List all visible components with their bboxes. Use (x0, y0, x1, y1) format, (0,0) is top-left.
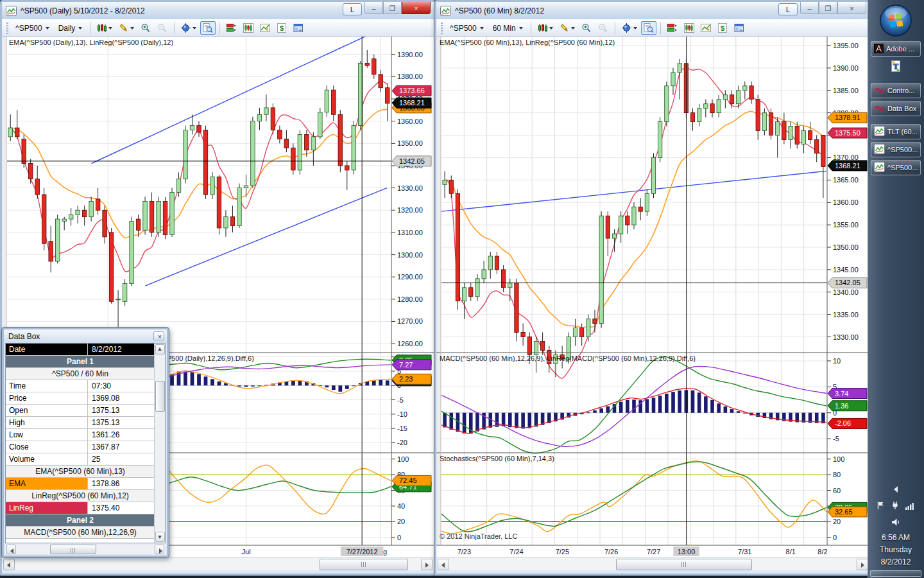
scroll-thumb[interactable] (320, 559, 408, 570)
properties-icon[interactable] (732, 21, 747, 35)
link-button[interactable]: L (778, 3, 798, 15)
scroll-thumb[interactable] (50, 545, 96, 554)
minimize-button[interactable]: – (364, 2, 383, 14)
network-signal-icon[interactable] (905, 501, 915, 512)
data-box-horizontal-scrollbar[interactable] (5, 545, 166, 554)
crosshair-icon[interactable] (178, 21, 199, 35)
databox-row--sp500-60-min: ^SP500 / 60 Min (6, 368, 155, 380)
taskbar-item-control-center[interactable]: Contro... (871, 83, 921, 98)
svg-text:$: $ (280, 24, 284, 32)
instrument-dropdown[interactable]: ^SP500 (11, 21, 54, 35)
zoom-in-icon[interactable] (579, 21, 594, 35)
svg-text:1375.50: 1375.50 (835, 129, 860, 137)
link-button[interactable]: L (343, 3, 362, 15)
period-dropdown[interactable]: Daily (54, 21, 87, 35)
taskbar-item-adobe[interactable]: Adobe ... (871, 41, 921, 57)
crosshair-icon[interactable] (619, 21, 640, 35)
taskbar-icon-app[interactable]: T (871, 59, 921, 74)
scroll-up-arrow[interactable] (155, 344, 165, 355)
data-box-icon[interactable] (641, 21, 656, 35)
scroll-right-arrow[interactable] (421, 559, 432, 570)
svg-text:1280.00: 1280.00 (397, 295, 423, 303)
scroll-left-arrow[interactable] (3, 559, 15, 570)
dollar-icon[interactable]: $ (274, 21, 289, 35)
toolbar-grip[interactable] (441, 22, 443, 34)
speaker-icon[interactable] (868, 518, 924, 527)
chart-image-icon[interactable] (698, 21, 714, 35)
taskbar-item-sp500-1[interactable]: ^SP500... (871, 142, 921, 157)
scroll-thumb[interactable] (155, 381, 165, 412)
svg-text:60: 60 (833, 487, 841, 495)
bars-panel-icon[interactable] (681, 21, 697, 35)
svg-text:7/25: 7/25 (556, 548, 569, 556)
close-button[interactable]: × (402, 2, 431, 14)
stoch-panel-label: Stochastics(^SP500 (60 Min),7,14,3) (440, 455, 554, 462)
maximize-button[interactable]: ❐ (383, 2, 402, 14)
start-button[interactable] (878, 3, 913, 38)
data-box-title: Data Box (8, 332, 40, 341)
scroll-left-arrow[interactable] (438, 559, 449, 570)
chart-style-icon[interactable] (535, 21, 556, 35)
taskbar-item-data-box[interactable]: Data Box (871, 101, 921, 116)
chart-style-icon[interactable] (94, 21, 115, 35)
window-title: ^SP500 (60 Min) 8/2/2012 (455, 6, 544, 15)
drawing-tools-icon[interactable] (116, 21, 137, 35)
data-box-vertical-scrollbar[interactable] (154, 344, 165, 543)
chart-image-icon[interactable] (257, 21, 273, 35)
window-titlebar[interactable]: ^SP500 (60 Min) 8/2/2012 L – ❐ × (436, 2, 869, 19)
chart-trader-icon[interactable] (665, 21, 680, 35)
ninja-icon (874, 85, 885, 96)
show-desktop-button[interactable] (870, 570, 921, 577)
chart-area-60min[interactable]: EMA(^SP500 (60 Min),13), LinReg(^SP500 (… (436, 37, 869, 557)
maximize-button[interactable]: ❐ (819, 2, 837, 14)
window-title: ^SP500 (Daily) 5/10/2012 - 8/2/2012 (21, 6, 145, 15)
properties-icon[interactable] (291, 21, 306, 35)
svg-text:7/23: 7/23 (458, 548, 471, 556)
scroll-right-arrow[interactable] (857, 559, 868, 570)
databox-row-time: Time07:30 (6, 380, 155, 392)
databox-row-open: Open1375.13 (6, 405, 155, 417)
period-dropdown[interactable]: 60 Min (488, 21, 527, 35)
toolbar-separator (615, 22, 615, 34)
window-titlebar[interactable]: ^SP500 (Daily) 5/10/2012 - 8/2/2012 L – … (2, 2, 434, 19)
svg-text:1350.00: 1350.00 (833, 243, 859, 251)
svg-text:1360.00: 1360.00 (833, 198, 859, 206)
drawing-tools-icon[interactable] (557, 21, 578, 35)
svg-text:1300.00: 1300.00 (397, 251, 423, 259)
svg-text:100: 100 (833, 455, 844, 463)
action-center-flag-icon[interactable] (877, 501, 885, 512)
taskbar-item-tlt[interactable]: TLT (60... (871, 124, 921, 139)
copyright-label: © 2012 NinjaTrader, LLC (440, 532, 517, 540)
zoom-in-icon[interactable] (138, 21, 153, 35)
svg-text:1390.00: 1390.00 (833, 64, 859, 72)
scroll-left-arrow[interactable] (6, 545, 16, 554)
data-box-icon[interactable] (200, 21, 216, 35)
tray-expand-arrow[interactable] (868, 486, 924, 493)
power-plug-icon[interactable] (891, 501, 900, 512)
bars-panel-icon[interactable] (241, 21, 256, 35)
data-box-titlebar[interactable]: Data Box × (4, 329, 167, 343)
clock-date: 8/2/2012 (868, 556, 924, 568)
clock[interactable]: 6:56 AM Thursday 8/2/2012 (868, 532, 924, 568)
dollar-icon[interactable]: $ (715, 21, 730, 35)
scroll-down-arrow[interactable] (155, 532, 165, 542)
minimize-button[interactable]: – (800, 2, 819, 14)
horizontal-scrollbar[interactable] (436, 557, 869, 570)
instrument-dropdown[interactable]: ^SP500 (445, 21, 488, 35)
scroll-thumb[interactable] (616, 559, 752, 570)
databox-row-price: Price1369.08 (6, 392, 155, 405)
taskbar-item-sp500-2[interactable]: ^SP500... (871, 160, 921, 175)
scroll-right-arrow[interactable] (155, 545, 164, 554)
svg-text:Jul: Jul (242, 548, 251, 556)
svg-text:1390.00: 1390.00 (397, 51, 423, 58)
svg-text:7/26: 7/26 (604, 548, 618, 556)
horizontal-scrollbar[interactable] (2, 557, 434, 570)
toolbar-separator (660, 22, 661, 34)
databox-row-low: Low1361.26 (6, 429, 155, 441)
toolbar-separator (90, 22, 90, 34)
close-button[interactable]: × (837, 2, 866, 14)
svg-text:13:00: 13:00 (678, 548, 696, 556)
toolbar-grip[interactable] (6, 22, 8, 34)
chart-trader-icon[interactable] (224, 21, 239, 35)
close-icon[interactable]: × (153, 331, 164, 340)
